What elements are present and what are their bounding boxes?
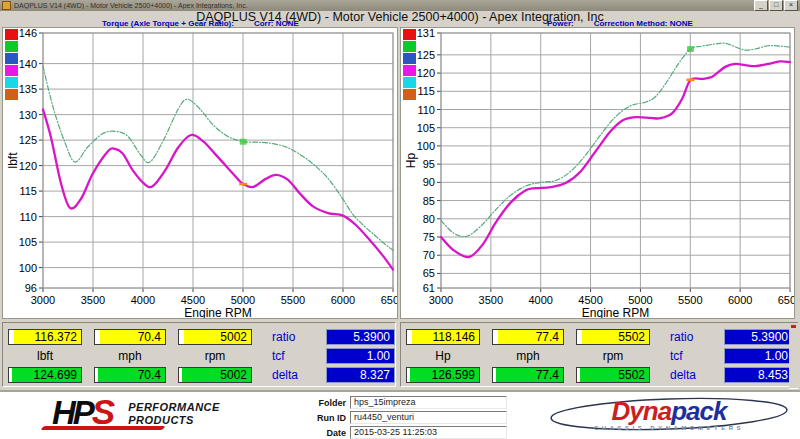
power-tcf-value: 1.00 xyxy=(724,348,793,364)
svg-text:115: 115 xyxy=(19,185,37,197)
power-chart-panel: 3000350040004500500055006000650013112512… xyxy=(400,27,795,319)
svg-text:5500: 5500 xyxy=(678,294,702,306)
power-reference-rpm: 5502 xyxy=(576,367,650,383)
svg-text:105: 105 xyxy=(417,122,435,134)
svg-text:140: 140 xyxy=(19,58,37,70)
svg-text:70: 70 xyxy=(423,249,435,261)
svg-text:100: 100 xyxy=(19,262,37,274)
svg-text:80: 80 xyxy=(423,213,435,225)
hps-wordmark: HPS xyxy=(52,397,112,428)
legend-swatch-3[interactable] xyxy=(5,65,18,76)
window-title: DAQPLUS V14 (4WD) - Motor Vehicle 2500+4… xyxy=(14,2,754,9)
svg-text:95: 95 xyxy=(423,158,435,170)
folder-label: Folder xyxy=(310,398,346,408)
svg-text:4500: 4500 xyxy=(181,294,205,306)
torque-tcf-value: 1.00 xyxy=(326,348,395,364)
svg-text:100: 100 xyxy=(417,140,435,152)
torque-readout-panel: 116.372 70.4 5002 ratio 5.3900 lbft mph … xyxy=(2,322,396,387)
torque-chart-panel: 3000350040004500500055006000650014614013… xyxy=(2,27,398,319)
legend-swatch-5[interactable] xyxy=(403,89,416,100)
power-delta-value: 8.453 xyxy=(724,367,793,383)
svg-text:105: 105 xyxy=(19,236,37,248)
power-ratio-value: 5.3900 xyxy=(724,329,793,345)
window-titlebar[interactable]: DAQPLUS V14 (4WD) - Motor Vehicle 2500+4… xyxy=(0,0,800,11)
svg-text:96: 96 xyxy=(25,282,37,294)
svg-text:90: 90 xyxy=(423,176,435,188)
power-readout-panel: 118.146 77.4 5502 ratio 5.3900 Hp mph rp… xyxy=(400,322,794,387)
dynapack-subtitle: CHASSIS DYNAMOMETERS xyxy=(545,425,793,431)
hps-tagline: PERFORMANCE PRODUCTS xyxy=(128,401,220,427)
svg-text:Engine RPM: Engine RPM xyxy=(184,306,251,318)
gutter-mark-icon xyxy=(791,325,796,328)
power-current-rpm: 5502 xyxy=(576,329,650,345)
legend-swatch-2[interactable] xyxy=(403,53,416,64)
svg-text:146: 146 xyxy=(19,28,37,39)
hps-logo: HPS PERFORMANCE PRODUCTS xyxy=(52,397,220,428)
panel-resize-gutter[interactable] xyxy=(789,322,798,389)
svg-text:Engine RPM: Engine RPM xyxy=(582,306,649,318)
svg-text:131: 131 xyxy=(417,28,435,39)
power-current-speed: 77.4 xyxy=(492,329,564,345)
svg-text:5000: 5000 xyxy=(628,294,652,306)
legend-swatch-2[interactable] xyxy=(5,53,18,64)
power-reference-speed: 77.4 xyxy=(492,367,564,383)
folder-field[interactable]: hps_15impreza xyxy=(350,396,507,409)
dynapack-logo: Dynapack CHASSIS DYNAMOMETERS xyxy=(545,396,793,437)
torque-ratio-value: 5.3900 xyxy=(326,329,395,345)
app-icon xyxy=(2,1,11,10)
footer: HPS PERFORMANCE PRODUCTS Folder hps_15im… xyxy=(0,390,800,439)
legend-swatch-3[interactable] xyxy=(403,65,416,76)
torque-unit-label: lbft xyxy=(8,348,82,364)
svg-text:135: 135 xyxy=(19,83,37,95)
power-chart[interactable]: 3000350040004500500055006000650013112512… xyxy=(401,28,794,318)
torque-speed-unit-label: mph xyxy=(94,348,166,364)
dynapack-wordmark: Dynapack xyxy=(545,396,793,426)
close-button[interactable]: × xyxy=(784,0,798,11)
power-current-value: 118.146 xyxy=(406,329,480,345)
svg-text:4500: 4500 xyxy=(578,294,602,306)
svg-text:3500: 3500 xyxy=(479,294,503,306)
svg-text:125: 125 xyxy=(19,134,37,146)
torque-chart-legend xyxy=(5,29,18,100)
torque-correction-label: Corr: NONE xyxy=(254,19,299,28)
legend-swatch-1[interactable] xyxy=(5,41,18,52)
app-window: DAQPLUS V14 (4WD) - Motor Vehicle 2500+4… xyxy=(0,0,800,439)
torque-current-value: 116.372 xyxy=(8,329,82,345)
torque-chart[interactable]: 3000350040004500500055006000650014614013… xyxy=(3,28,397,318)
torque-chart-title: Torque (Axle Torque + Gear Ratio): xyxy=(102,19,234,28)
svg-text:lbft: lbft xyxy=(6,152,20,169)
legend-swatch-5[interactable] xyxy=(5,89,18,100)
date-field[interactable]: 2015-03-25 11:25:03 xyxy=(350,426,507,439)
svg-text:6000: 6000 xyxy=(728,294,752,306)
svg-text:61: 61 xyxy=(423,282,435,294)
minimize-button[interactable]: _ xyxy=(754,0,768,11)
power-speed-unit-label: mph xyxy=(492,348,564,364)
torque-tcf-label: tcf xyxy=(264,348,314,364)
power-correction-label: Correction Method: NONE xyxy=(594,19,693,28)
legend-swatch-4[interactable] xyxy=(5,77,18,88)
svg-text:85: 85 xyxy=(423,195,435,207)
svg-text:110: 110 xyxy=(19,211,37,223)
svg-text:6500: 6500 xyxy=(381,294,397,306)
torque-rpm-unit-label: rpm xyxy=(178,348,252,364)
svg-text:Hp: Hp xyxy=(404,153,418,169)
svg-text:4000: 4000 xyxy=(131,294,155,306)
svg-text:115: 115 xyxy=(417,85,435,97)
power-tcf-label: tcf xyxy=(662,348,712,364)
svg-text:6000: 6000 xyxy=(331,294,355,306)
power-chart-title: Power: xyxy=(547,19,574,28)
date-label: Date xyxy=(310,428,346,438)
torque-chart-header: Torque (Axle Torque + Gear Ratio):Corr: … xyxy=(102,19,299,28)
legend-swatch-0[interactable] xyxy=(5,29,18,40)
svg-text:75: 75 xyxy=(423,231,435,243)
run-id-field[interactable]: ru4450_venturi xyxy=(350,411,507,424)
svg-text:5000: 5000 xyxy=(231,294,255,306)
svg-text:3000: 3000 xyxy=(429,294,453,306)
svg-text:65: 65 xyxy=(423,267,435,279)
legend-swatch-1[interactable] xyxy=(403,41,416,52)
torque-reference-rpm: 5002 xyxy=(178,367,252,383)
legend-swatch-4[interactable] xyxy=(403,77,416,88)
maximize-button[interactable]: □ xyxy=(769,0,783,11)
run-info-form: Folder hps_15impreza Run ID ru4450_ventu… xyxy=(310,396,507,439)
legend-swatch-0[interactable] xyxy=(403,29,416,40)
